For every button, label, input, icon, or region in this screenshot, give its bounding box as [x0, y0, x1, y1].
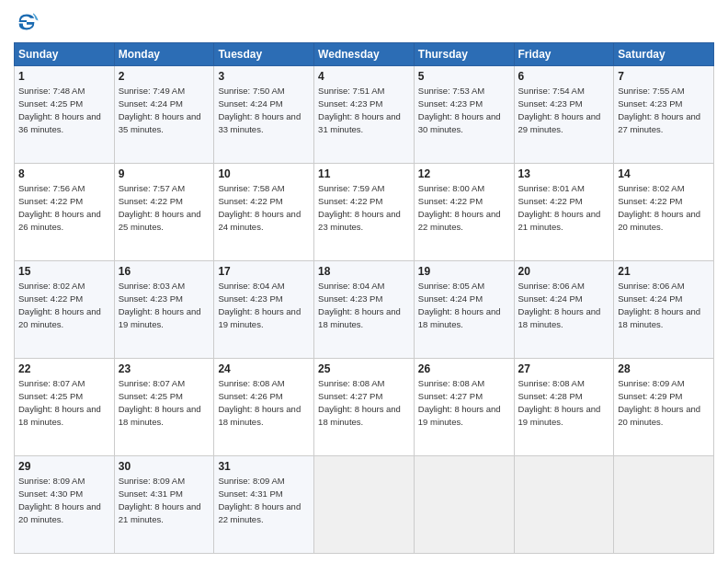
day-cell: 2Sunrise: 7:49 AMSunset: 4:24 PMDaylight… — [114, 66, 214, 164]
week-row-1: 1Sunrise: 7:48 AMSunset: 4:25 PMDaylight… — [15, 66, 714, 164]
header-cell-friday: Friday — [514, 43, 614, 66]
page: SundayMondayTuesdayWednesdayThursdayFrid… — [0, 0, 728, 563]
day-number: 30 — [119, 459, 210, 474]
day-info: Sunrise: 8:08 AMSunset: 4:26 PMDaylight:… — [218, 378, 301, 426]
day-number: 16 — [119, 264, 210, 279]
day-info: Sunrise: 8:00 AMSunset: 4:22 PMDaylight:… — [418, 183, 501, 231]
day-cell: 14Sunrise: 8:02 AMSunset: 4:22 PMDayligh… — [614, 164, 714, 261]
day-cell: 7Sunrise: 7:55 AMSunset: 4:23 PMDaylight… — [614, 66, 714, 164]
day-info: Sunrise: 8:06 AMSunset: 4:24 PMDaylight:… — [518, 281, 601, 328]
day-number: 23 — [119, 362, 210, 376]
day-cell: 6Sunrise: 7:54 AMSunset: 4:23 PMDaylight… — [514, 66, 614, 164]
day-info: Sunrise: 8:04 AMSunset: 4:23 PMDaylight:… — [318, 281, 401, 328]
day-info: Sunrise: 8:01 AMSunset: 4:22 PMDaylight:… — [518, 183, 601, 231]
day-info: Sunrise: 8:09 AMSunset: 4:29 PMDaylight:… — [618, 378, 700, 426]
day-number: 11 — [318, 167, 410, 181]
day-cell: 31Sunrise: 8:09 AMSunset: 4:31 PMDayligh… — [214, 456, 314, 554]
logo — [14, 9, 43, 35]
day-info: Sunrise: 7:48 AMSunset: 4:25 PMDaylight:… — [18, 86, 101, 133]
day-cell: 27Sunrise: 8:08 AMSunset: 4:28 PMDayligh… — [514, 359, 614, 456]
day-cell: 5Sunrise: 7:53 AMSunset: 4:23 PMDaylight… — [414, 66, 514, 164]
header-cell-sunday: Sunday — [15, 43, 115, 66]
day-number: 31 — [218, 459, 310, 474]
week-row-5: 29Sunrise: 8:09 AMSunset: 4:30 PMDayligh… — [15, 456, 714, 554]
calendar-table: SundayMondayTuesdayWednesdayThursdayFrid… — [14, 42, 714, 554]
header-row: SundayMondayTuesdayWednesdayThursdayFrid… — [15, 43, 714, 66]
day-number: 17 — [218, 264, 310, 279]
day-cell — [314, 456, 415, 554]
day-cell: 29Sunrise: 8:09 AMSunset: 4:30 PMDayligh… — [15, 456, 115, 554]
day-info: Sunrise: 7:51 AMSunset: 4:23 PMDaylight:… — [318, 86, 401, 133]
day-info: Sunrise: 8:03 AMSunset: 4:23 PMDaylight:… — [119, 281, 201, 328]
day-number: 21 — [618, 264, 710, 279]
day-cell — [614, 456, 714, 554]
day-cell: 13Sunrise: 8:01 AMSunset: 4:22 PMDayligh… — [514, 164, 614, 261]
day-info: Sunrise: 8:09 AMSunset: 4:31 PMDaylight:… — [119, 476, 201, 523]
day-cell: 19Sunrise: 8:05 AMSunset: 4:24 PMDayligh… — [414, 261, 514, 359]
day-info: Sunrise: 8:09 AMSunset: 4:30 PMDaylight:… — [18, 476, 101, 523]
day-info: Sunrise: 7:49 AMSunset: 4:24 PMDaylight:… — [119, 86, 201, 133]
day-cell: 17Sunrise: 8:04 AMSunset: 4:23 PMDayligh… — [214, 261, 314, 359]
day-number: 2 — [119, 69, 210, 84]
day-info: Sunrise: 8:08 AMSunset: 4:27 PMDaylight:… — [418, 378, 501, 426]
calendar-header: SundayMondayTuesdayWednesdayThursdayFrid… — [15, 43, 714, 66]
day-cell: 4Sunrise: 7:51 AMSunset: 4:23 PMDaylight… — [314, 66, 415, 164]
header-cell-monday: Monday — [114, 43, 214, 66]
header-cell-saturday: Saturday — [614, 43, 714, 66]
day-number: 19 — [418, 264, 510, 279]
day-number: 6 — [518, 69, 610, 84]
logo-icon — [14, 9, 40, 35]
day-number: 3 — [218, 69, 310, 84]
day-info: Sunrise: 8:08 AMSunset: 4:28 PMDaylight:… — [518, 378, 601, 426]
day-number: 20 — [518, 264, 610, 279]
day-number: 4 — [318, 69, 410, 84]
day-cell: 11Sunrise: 7:59 AMSunset: 4:22 PMDayligh… — [314, 164, 415, 261]
day-info: Sunrise: 7:57 AMSunset: 4:22 PMDaylight:… — [119, 183, 201, 231]
day-number: 13 — [518, 167, 610, 181]
day-cell: 24Sunrise: 8:08 AMSunset: 4:26 PMDayligh… — [214, 359, 314, 456]
week-row-2: 8Sunrise: 7:56 AMSunset: 4:22 PMDaylight… — [15, 164, 714, 261]
day-number: 24 — [218, 362, 310, 376]
day-info: Sunrise: 8:07 AMSunset: 4:25 PMDaylight:… — [119, 378, 201, 426]
day-cell: 26Sunrise: 8:08 AMSunset: 4:27 PMDayligh… — [414, 359, 514, 456]
day-cell — [414, 456, 514, 554]
day-cell: 22Sunrise: 8:07 AMSunset: 4:25 PMDayligh… — [15, 359, 115, 456]
day-number: 8 — [18, 167, 110, 181]
header — [14, 9, 714, 35]
day-info: Sunrise: 7:50 AMSunset: 4:24 PMDaylight:… — [218, 86, 301, 133]
day-number: 25 — [318, 362, 410, 376]
header-cell-wednesday: Wednesday — [314, 43, 415, 66]
day-number: 15 — [18, 264, 110, 279]
day-cell: 3Sunrise: 7:50 AMSunset: 4:24 PMDaylight… — [214, 66, 314, 164]
day-info: Sunrise: 8:08 AMSunset: 4:27 PMDaylight:… — [318, 378, 401, 426]
day-number: 22 — [18, 362, 110, 376]
day-number: 26 — [418, 362, 510, 376]
day-cell: 28Sunrise: 8:09 AMSunset: 4:29 PMDayligh… — [614, 359, 714, 456]
day-cell — [514, 456, 614, 554]
day-cell: 23Sunrise: 8:07 AMSunset: 4:25 PMDayligh… — [114, 359, 214, 456]
day-cell: 30Sunrise: 8:09 AMSunset: 4:31 PMDayligh… — [114, 456, 214, 554]
day-info: Sunrise: 8:05 AMSunset: 4:24 PMDaylight:… — [418, 281, 501, 328]
week-row-3: 15Sunrise: 8:02 AMSunset: 4:22 PMDayligh… — [15, 261, 714, 359]
day-info: Sunrise: 8:02 AMSunset: 4:22 PMDaylight:… — [618, 183, 700, 231]
day-number: 12 — [418, 167, 510, 181]
day-cell: 21Sunrise: 8:06 AMSunset: 4:24 PMDayligh… — [614, 261, 714, 359]
day-number: 7 — [618, 69, 710, 84]
day-info: Sunrise: 7:55 AMSunset: 4:23 PMDaylight:… — [618, 86, 700, 133]
day-info: Sunrise: 8:07 AMSunset: 4:25 PMDaylight:… — [18, 378, 101, 426]
day-cell: 12Sunrise: 8:00 AMSunset: 4:22 PMDayligh… — [414, 164, 514, 261]
day-cell: 18Sunrise: 8:04 AMSunset: 4:23 PMDayligh… — [314, 261, 415, 359]
day-info: Sunrise: 8:06 AMSunset: 4:24 PMDaylight:… — [618, 281, 700, 328]
day-info: Sunrise: 8:02 AMSunset: 4:22 PMDaylight:… — [18, 281, 101, 328]
day-number: 1 — [18, 69, 110, 84]
day-cell: 10Sunrise: 7:58 AMSunset: 4:22 PMDayligh… — [214, 164, 314, 261]
day-cell: 1Sunrise: 7:48 AMSunset: 4:25 PMDaylight… — [15, 66, 115, 164]
day-number: 27 — [518, 362, 610, 376]
day-info: Sunrise: 7:58 AMSunset: 4:22 PMDaylight:… — [218, 183, 301, 231]
day-info: Sunrise: 7:53 AMSunset: 4:23 PMDaylight:… — [418, 86, 501, 133]
day-number: 9 — [119, 167, 210, 181]
day-info: Sunrise: 8:04 AMSunset: 4:23 PMDaylight:… — [218, 281, 301, 328]
day-cell: 8Sunrise: 7:56 AMSunset: 4:22 PMDaylight… — [15, 164, 115, 261]
day-number: 14 — [618, 167, 710, 181]
day-number: 28 — [618, 362, 710, 376]
